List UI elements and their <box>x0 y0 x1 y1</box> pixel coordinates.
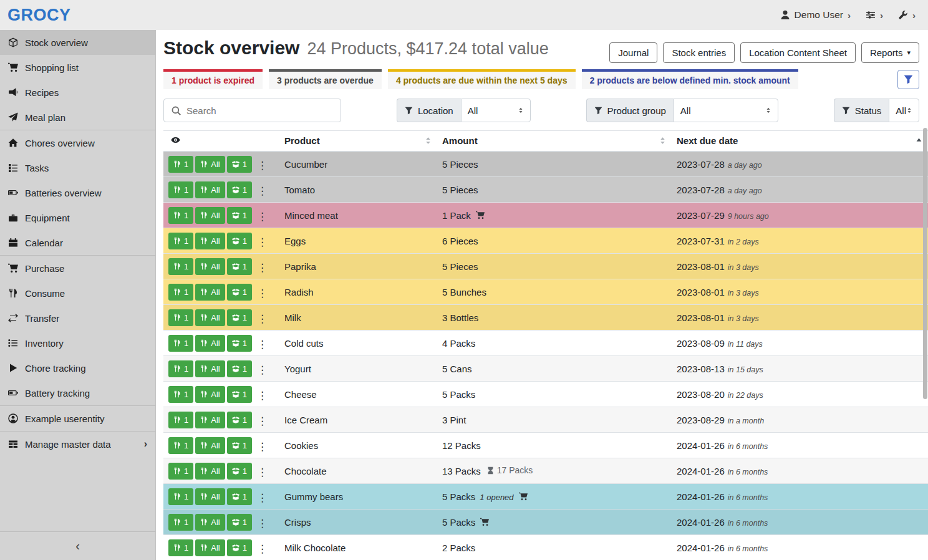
row-menu-button[interactable]: ⋮ <box>254 159 271 172</box>
product-name[interactable]: Yogurt <box>279 356 437 382</box>
sidebar-item-purchase[interactable]: Purchase <box>0 256 155 281</box>
row-menu-button[interactable]: ⋮ <box>254 415 271 428</box>
open-one-button[interactable]: 1 <box>227 309 252 326</box>
app-logo[interactable]: GROCY <box>7 6 71 25</box>
consume-all-button[interactable]: All <box>195 181 225 198</box>
sidebar-item-consume[interactable]: Consume <box>0 281 155 306</box>
open-one-button[interactable]: 1 <box>227 539 252 556</box>
filter-status-select[interactable]: All <box>889 99 919 122</box>
sidebar-item-inventory[interactable]: Inventory <box>0 331 155 355</box>
table-row[interactable]: 1All1⋮Tomato5 Pieces2023-07-28a day ago <box>163 177 928 203</box>
sidebar-item-chore-tracking[interactable]: Chore tracking <box>0 355 155 380</box>
sidebar-item-shopping-list[interactable]: Shopping list <box>0 55 155 80</box>
consume-one-button[interactable]: 1 <box>168 488 193 505</box>
open-one-button[interactable]: 1 <box>227 156 252 173</box>
product-name[interactable]: Paprika <box>279 254 437 279</box>
table-row[interactable]: 1All1⋮Chocolate13 Packs17 Packs2024-01-2… <box>163 458 928 484</box>
consume-all-button[interactable]: All <box>195 258 225 275</box>
sidebar-item-stock-overview[interactable]: Stock overview <box>0 30 155 55</box>
product-name[interactable]: Milk Chocolate <box>279 535 437 560</box>
table-row[interactable]: 1All1⋮Yogurt5 Cans2023-08-13in 15 days <box>163 356 928 382</box>
sidebar-item-recipes[interactable]: Recipes <box>0 80 155 105</box>
journal-button[interactable]: Journal <box>609 42 657 63</box>
row-menu-button[interactable]: ⋮ <box>254 185 271 198</box>
consume-one-button[interactable]: 1 <box>168 156 193 173</box>
consume-all-button[interactable]: All <box>195 386 225 403</box>
consume-one-button[interactable]: 1 <box>168 284 193 301</box>
admin-menu[interactable]: › <box>898 10 916 21</box>
table-row[interactable]: 1All1⋮Gummy bears5 Packs1 opened2024-01-… <box>163 484 928 509</box>
open-one-button[interactable]: 1 <box>227 437 252 454</box>
table-row[interactable]: 1All1⋮Eggs6 Pieces2023-07-31in 2 days <box>163 228 928 254</box>
sidebar-collapse-button[interactable]: ‹ <box>0 531 155 560</box>
consume-one-button[interactable]: 1 <box>168 207 193 224</box>
consume-one-button[interactable]: 1 <box>168 309 193 326</box>
row-menu-button[interactable]: ⋮ <box>254 389 271 402</box>
search-input[interactable] <box>186 105 333 116</box>
table-row[interactable]: 1All1⋮Paprika5 Pieces2023-08-01in 3 days <box>163 254 928 279</box>
product-name[interactable]: Tomato <box>279 177 437 203</box>
product-name[interactable]: Crisps <box>279 509 437 535</box>
row-menu-button[interactable]: ⋮ <box>254 236 271 249</box>
sidebar-item-batteries-overview[interactable]: Batteries overview <box>0 180 155 205</box>
row-menu-button[interactable]: ⋮ <box>254 210 271 223</box>
status-banner-below-min[interactable]: 2 products are below defined min. stock … <box>582 69 798 89</box>
consume-all-button[interactable]: All <box>195 284 225 301</box>
consume-one-button[interactable]: 1 <box>168 181 193 198</box>
product-name[interactable]: Eggs <box>279 228 437 254</box>
open-one-button[interactable]: 1 <box>227 360 252 377</box>
consume-all-button[interactable]: All <box>195 335 225 352</box>
product-name[interactable]: Minced meat <box>279 203 437 228</box>
product-name[interactable]: Gummy bears <box>279 484 437 509</box>
open-one-button[interactable]: 1 <box>227 488 252 505</box>
consume-all-button[interactable]: All <box>195 539 225 556</box>
sidebar-item-chores-overview[interactable]: Chores overview <box>0 130 155 155</box>
product-name[interactable]: Cheese <box>279 382 437 407</box>
open-one-button[interactable]: 1 <box>227 463 252 480</box>
row-menu-button[interactable]: ⋮ <box>254 440 271 453</box>
table-row[interactable]: 1All1⋮Cold cuts4 Packs2023-08-09in 11 da… <box>163 331 928 356</box>
consume-one-button[interactable]: 1 <box>168 514 193 531</box>
row-menu-button[interactable]: ⋮ <box>254 466 271 479</box>
consume-all-button[interactable]: All <box>195 488 225 505</box>
consume-one-button[interactable]: 1 <box>168 233 193 249</box>
table-row[interactable]: 1All1⋮Cucumber5 Pieces2023-07-28a day ag… <box>163 152 928 177</box>
sidebar-item-tasks[interactable]: Tasks <box>0 155 155 180</box>
open-one-button[interactable]: 1 <box>227 207 252 224</box>
filter-product-group-select[interactable]: All <box>674 99 778 122</box>
table-row[interactable]: 1All1⋮Cheese5 Packs2023-08-20in 22 days <box>163 382 928 407</box>
row-menu-button[interactable]: ⋮ <box>254 338 271 351</box>
clear-filters-button[interactable] <box>897 70 919 89</box>
row-menu-button[interactable]: ⋮ <box>254 543 271 556</box>
consume-one-button[interactable]: 1 <box>168 463 193 480</box>
product-name[interactable]: Chocolate <box>279 458 437 484</box>
consume-one-button[interactable]: 1 <box>168 437 193 454</box>
status-banner-expired[interactable]: 1 product is expired <box>163 69 263 89</box>
open-one-button[interactable]: 1 <box>227 335 252 352</box>
sidebar-item-manage-master-data[interactable]: Manage master data› <box>0 432 155 456</box>
row-menu-button[interactable]: ⋮ <box>254 261 271 274</box>
consume-one-button[interactable]: 1 <box>168 412 193 428</box>
table-row[interactable]: 1All1⋮Milk3 Bottles2023-08-01in 3 days <box>163 305 928 331</box>
user-menu[interactable]: Demo User › <box>780 9 851 21</box>
table-row[interactable]: 1All1⋮Radish5 Bunches2023-08-01in 3 days <box>163 279 928 305</box>
sidebar-item-meal-plan[interactable]: Meal plan <box>0 105 155 130</box>
product-name[interactable]: Cucumber <box>279 152 437 177</box>
consume-one-button[interactable]: 1 <box>168 539 193 556</box>
row-menu-button[interactable]: ⋮ <box>254 287 271 300</box>
sidebar-item-battery-tracking[interactable]: Battery tracking <box>0 380 155 405</box>
open-one-button[interactable]: 1 <box>227 386 252 403</box>
reports-button[interactable]: Reports▾ <box>861 42 919 63</box>
open-one-button[interactable]: 1 <box>227 412 252 428</box>
open-one-button[interactable]: 1 <box>227 514 252 531</box>
product-name[interactable]: Cookies <box>279 433 437 458</box>
location-content-sheet-button[interactable]: Location Content Sheet <box>740 42 856 63</box>
consume-all-button[interactable]: All <box>195 156 225 173</box>
vertical-scrollbar[interactable] <box>923 128 927 399</box>
row-menu-button[interactable]: ⋮ <box>254 312 271 326</box>
status-banner-overdue[interactable]: 3 products are overdue <box>269 69 382 89</box>
settings-menu[interactable]: › <box>866 10 883 21</box>
status-banner-due-soon[interactable]: 4 products are due within the next 5 day… <box>388 69 576 89</box>
table-row[interactable]: 1All1⋮Crisps5 Packs2024-01-26in 6 months <box>163 509 928 535</box>
filter-location-select[interactable]: All <box>461 99 531 122</box>
